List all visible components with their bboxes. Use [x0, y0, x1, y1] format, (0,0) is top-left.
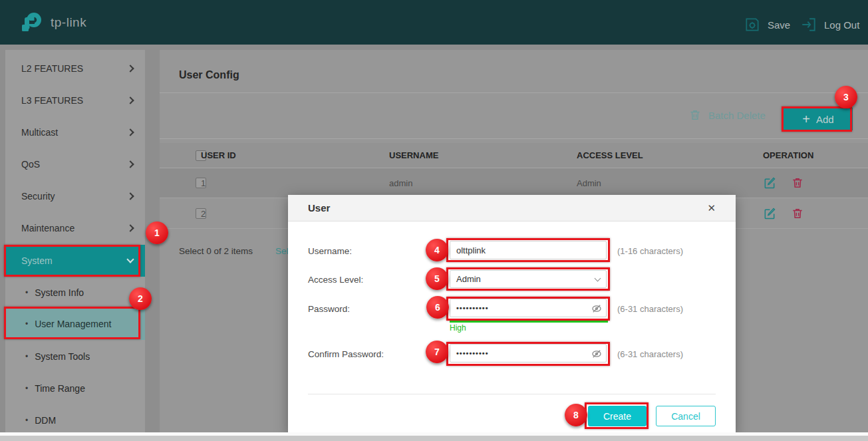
cancel-button[interactable]: Cancel — [656, 406, 716, 426]
tp-link-logo-icon — [19, 9, 45, 36]
create-button[interactable]: Create — [588, 406, 647, 426]
chevron-right-icon — [126, 224, 134, 231]
password-hint: (6-31 characters) — [617, 304, 683, 314]
divider — [160, 138, 868, 139]
sidebar-subitem-system-tools[interactable]: System Tools — [5, 341, 145, 372]
edit-icon[interactable] — [763, 207, 776, 220]
delete-icon[interactable] — [791, 207, 804, 220]
divider — [308, 394, 716, 394]
sidebar-subitem-user-management[interactable]: User Management — [5, 308, 145, 340]
batch-delete-button[interactable]: Batch Delete — [688, 108, 766, 122]
logout-button[interactable]: Log Out — [800, 16, 859, 33]
password-label: Password: — [308, 304, 350, 314]
logout-label: Log Out — [824, 19, 859, 31]
sidebar-item-system[interactable]: System — [5, 245, 145, 277]
sidebar-subitem-ddm[interactable]: DDM — [5, 404, 145, 436]
column-header-access-level: ACCESS LEVEL — [577, 150, 763, 160]
sidebar-subitem-time-range[interactable]: Time Range — [5, 372, 145, 404]
logout-icon — [800, 16, 817, 33]
trash-icon — [688, 108, 702, 122]
access-level-value: Admin — [456, 274, 481, 284]
edit-icon[interactable] — [763, 176, 776, 190]
user-modal-dialog: User ✕ Username: (1-16 characters) Acces… — [288, 195, 736, 434]
sidebar-item-l3-features[interactable]: L3 FEATURES — [5, 84, 145, 116]
column-header-operation: OPERATION — [763, 150, 813, 160]
sidebar-item-l2-features[interactable]: L2 FEATURES — [5, 53, 145, 84]
modal-titlebar: User ✕ — [288, 195, 736, 221]
password-input[interactable] — [450, 299, 607, 317]
cell-access-level: Admin — [577, 178, 763, 188]
save-button[interactable]: Save — [744, 16, 790, 33]
table-header-row: USER ID USERNAME ACCESS LEVEL OPERATION — [160, 143, 868, 168]
cell-user-id: 1 — [201, 178, 389, 188]
confirm-password-input[interactable] — [450, 344, 607, 363]
cell-username: admin — [389, 178, 577, 188]
plus-icon: + — [802, 112, 810, 126]
confirm-password-label: Confirm Password: — [308, 349, 384, 359]
close-icon[interactable]: ✕ — [707, 202, 716, 214]
column-header-user-id: USER ID — [201, 150, 389, 160]
brand-logo: tp-link — [19, 9, 86, 36]
column-header-username: USERNAME — [389, 150, 577, 160]
sidebar-item-qos[interactable]: QoS — [5, 148, 145, 180]
confirm-password-hint: (6-31 characters) — [617, 349, 683, 359]
chevron-right-icon — [126, 192, 134, 200]
chevron-down-icon — [595, 275, 601, 281]
divider — [160, 92, 868, 93]
access-level-select[interactable]: Admin — [450, 270, 607, 288]
add-button[interactable]: + Add — [784, 108, 853, 130]
selection-summary: Select 0 of 2 items — [179, 246, 253, 256]
chevron-right-icon — [126, 160, 134, 168]
eye-slash-icon[interactable] — [591, 303, 603, 315]
sidebar-item-maintenance[interactable]: Maintenance — [5, 212, 145, 244]
password-strength-label: High — [450, 323, 466, 333]
top-header-bar: tp-link Save Log Out — [0, 0, 868, 45]
access-level-label: Access Level: — [308, 275, 363, 285]
username-label: Username: — [308, 246, 352, 256]
password-strength-bar — [450, 321, 608, 323]
chevron-down-icon — [126, 255, 134, 263]
save-label: Save — [768, 19, 790, 31]
horizontal-scrollbar-track[interactable] — [0, 436, 868, 441]
app-screen: tp-link Save Log Out L2 FEATURES L3 FEAT… — [0, 0, 868, 441]
save-icon — [744, 16, 761, 33]
sidebar-item-security[interactable]: Security — [5, 180, 145, 212]
sidebar-subitem-system-info[interactable]: System Info — [5, 277, 145, 309]
page-title: User Config — [179, 69, 239, 81]
chevron-right-icon — [126, 96, 134, 104]
modal-title: User — [308, 202, 330, 214]
eye-slash-icon[interactable] — [591, 348, 603, 360]
sidebar-nav: L2 FEATURES L3 FEATURES Multicast QoS Se… — [5, 50, 145, 436]
chevron-right-icon — [126, 128, 134, 136]
delete-icon[interactable] — [791, 176, 804, 190]
brand-text: tp-link — [51, 15, 86, 30]
username-hint: (1-16 characters) — [617, 246, 683, 256]
username-input[interactable] — [450, 241, 607, 259]
chevron-right-icon — [126, 65, 134, 72]
sidebar-item-multicast[interactable]: Multicast — [5, 116, 145, 148]
table-row: 1 admin Admin — [160, 168, 868, 198]
